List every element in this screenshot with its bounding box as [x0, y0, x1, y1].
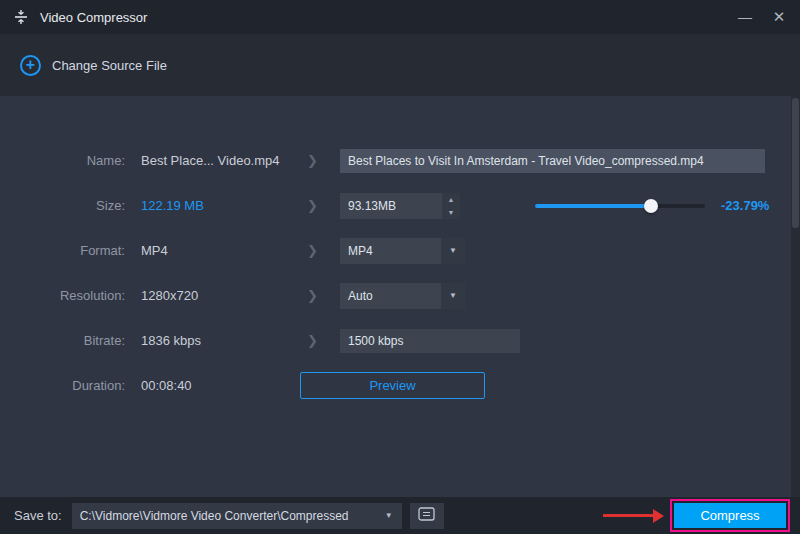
- vertical-scrollbar[interactable]: [791, 96, 800, 497]
- dropdown-arrow-icon: ▼: [441, 238, 465, 264]
- spinner-up-button[interactable]: ▲: [442, 193, 460, 206]
- spinner-buttons: ▲ ▼: [442, 193, 460, 219]
- duration-row: Duration: 00:08:40 Preview: [0, 363, 800, 408]
- minimize-button[interactable]: —: [728, 2, 762, 32]
- chevron-right-icon: ❯: [285, 153, 340, 168]
- size-slider-fill: [535, 204, 651, 208]
- titlebar: Video Compressor — ✕: [0, 0, 800, 34]
- browse-folder-icon: [418, 507, 435, 524]
- size-reduction-percent: -23.79%: [721, 198, 769, 213]
- compress-button[interactable]: Compress: [674, 503, 786, 528]
- add-source-icon: +: [20, 55, 41, 76]
- target-size-value: 93.13MB: [340, 193, 442, 219]
- resolution-dropdown[interactable]: Auto ▼: [340, 283, 465, 309]
- dropdown-arrow-icon: ▼: [441, 283, 465, 309]
- scrollbar-thumb[interactable]: [792, 98, 799, 228]
- preview-button[interactable]: Preview: [300, 372, 485, 399]
- source-resolution-value: 1280x720: [125, 288, 285, 303]
- chevron-right-icon: ❯: [285, 333, 340, 348]
- target-size-spinner[interactable]: 93.13MB ▲ ▼: [340, 193, 460, 219]
- bitrate-row: Bitrate: 1836 kbps ❯: [0, 318, 800, 363]
- bitrate-label: Bitrate:: [0, 333, 125, 348]
- annotation-arrow: [603, 509, 664, 523]
- video-compressor-window: Video Compressor — ✕ + Change Source Fil…: [0, 0, 800, 534]
- save-path-dropdown-arrow[interactable]: ▼: [376, 503, 402, 529]
- duration-value: 00:08:40: [125, 378, 285, 393]
- size-row: Size: 122.19 MB ❯ 93.13MB ▲ ▼ -23.79%: [0, 183, 800, 228]
- source-file-name: Best Place... Video.mp4: [125, 153, 285, 168]
- window-controls: — ✕: [728, 2, 796, 32]
- close-button[interactable]: ✕: [762, 2, 796, 32]
- name-row: Name: Best Place... Video.mp4 ❯: [0, 138, 800, 183]
- video-compressor-icon: [12, 8, 30, 26]
- source-format-value: MP4: [125, 243, 285, 258]
- change-source-button[interactable]: + Change Source File: [0, 34, 800, 96]
- change-source-label: Change Source File: [52, 58, 167, 73]
- format-dropdown[interactable]: MP4 ▼: [340, 238, 465, 264]
- format-selected-value: MP4: [340, 238, 441, 264]
- browse-folder-button[interactable]: [410, 503, 444, 529]
- save-path-value: C:\Vidmore\Vidmore Video Converter\Compr…: [72, 503, 376, 529]
- duration-label: Duration:: [0, 378, 125, 393]
- resolution-label: Resolution:: [0, 288, 125, 303]
- size-slider[interactable]: [535, 204, 705, 208]
- main-panel: Name: Best Place... Video.mp4 ❯ Size: 12…: [0, 96, 800, 497]
- annotation-highlight: Compress: [670, 499, 790, 532]
- size-label: Size:: [0, 198, 125, 213]
- name-label: Name:: [0, 153, 125, 168]
- source-bitrate-value: 1836 kbps: [125, 333, 285, 348]
- chevron-right-icon: ❯: [285, 198, 340, 213]
- footer-bar: Save to: C:\Vidmore\Vidmore Video Conver…: [0, 497, 800, 534]
- spinner-down-button[interactable]: ▼: [442, 206, 460, 219]
- save-to-label: Save to:: [14, 508, 62, 523]
- source-size-value: 122.19 MB: [125, 198, 285, 213]
- window-title: Video Compressor: [40, 10, 147, 25]
- resolution-row: Resolution: 1280x720 ❯ Auto ▼: [0, 273, 800, 318]
- bitrate-input[interactable]: [340, 329, 520, 353]
- chevron-right-icon: ❯: [285, 288, 340, 303]
- save-path-combo[interactable]: C:\Vidmore\Vidmore Video Converter\Compr…: [72, 503, 402, 529]
- format-row: Format: MP4 ❯ MP4 ▼: [0, 228, 800, 273]
- size-slider-handle[interactable]: [644, 199, 658, 213]
- output-name-input[interactable]: [340, 149, 765, 173]
- format-label: Format:: [0, 243, 125, 258]
- chevron-right-icon: ❯: [285, 243, 340, 258]
- resolution-selected-value: Auto: [340, 283, 441, 309]
